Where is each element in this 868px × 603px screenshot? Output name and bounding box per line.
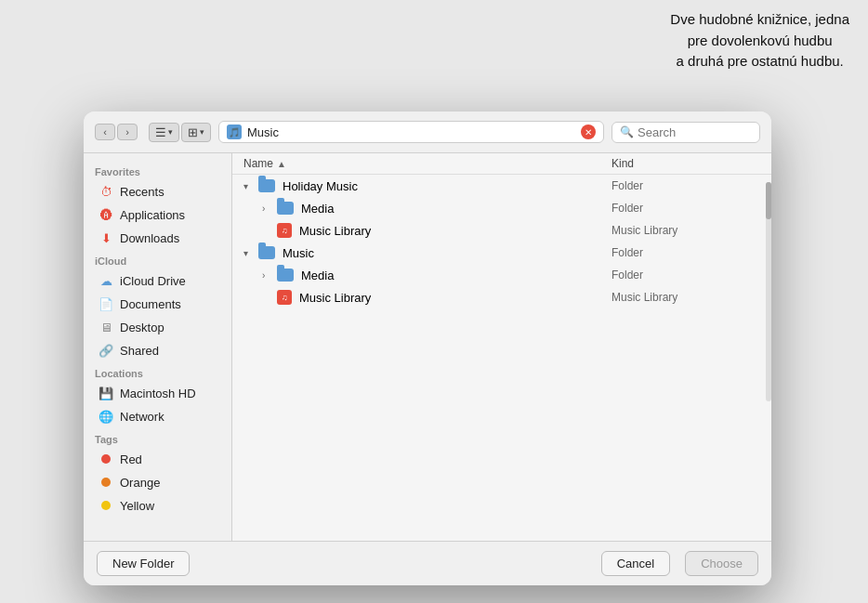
sidebar-item-label-downloads: Downloads bbox=[120, 231, 179, 245]
empty-row bbox=[232, 353, 771, 375]
sidebar-item-label-mac-hd: Macintosh HD bbox=[120, 387, 196, 400]
sidebar-item-label-network: Network bbox=[120, 410, 164, 424]
sidebar-item-downloads[interactable]: ⬇ Downloads bbox=[87, 227, 228, 249]
table-row[interactable]: › Media Folder bbox=[232, 197, 771, 219]
file-kind-cell: Music Library bbox=[612, 224, 760, 237]
music-library-icon: ♫ bbox=[277, 223, 292, 238]
music-library-icon: ♫ bbox=[277, 290, 292, 305]
table-row[interactable]: ▾ Holiday Music Folder bbox=[232, 175, 771, 197]
file-name-cell: › Media bbox=[243, 269, 612, 282]
empty-row bbox=[232, 331, 771, 353]
folder-icon bbox=[277, 269, 294, 282]
scrollbar[interactable] bbox=[758, 175, 771, 541]
file-name-cell: ▾ Holiday Music bbox=[243, 179, 612, 193]
forward-button[interactable]: › bbox=[117, 124, 138, 140]
file-dialog: ‹ › ☰ ▾ ⊞ ▾ 🎵 Music ✕ 🔍 Favorites bbox=[84, 111, 771, 585]
locations-header: Locations bbox=[84, 362, 231, 381]
list-view-button[interactable]: ☰ ▾ bbox=[149, 123, 179, 142]
choose-button[interactable]: Choose bbox=[685, 551, 758, 576]
expand-arrow-icon[interactable]: › bbox=[262, 203, 273, 214]
sidebar-item-desktop[interactable]: 🖥 Desktop bbox=[87, 316, 228, 338]
sidebar-item-label-documents: Documents bbox=[120, 297, 181, 311]
downloads-icon: ⬇ bbox=[99, 230, 113, 245]
file-name-text: Media bbox=[301, 269, 334, 282]
table-row[interactable]: ♫ Music Library Music Library bbox=[232, 286, 771, 308]
list-view-icon: ☰ bbox=[155, 125, 166, 139]
folder-icon bbox=[258, 246, 275, 259]
file-name-text: Music Library bbox=[299, 224, 371, 238]
sidebar-item-network[interactable]: 🌐 Network bbox=[87, 405, 228, 427]
file-name-cell: ▾ Music bbox=[243, 246, 612, 260]
sidebar-item-shared[interactable]: 🔗 Shared bbox=[87, 339, 228, 361]
sidebar-item-documents[interactable]: 📄 Documents bbox=[87, 293, 228, 315]
location-bar[interactable]: 🎵 Music ✕ bbox=[218, 121, 604, 143]
sidebar-item-red[interactable]: Red bbox=[87, 448, 228, 470]
table-row[interactable]: ▾ Music Folder bbox=[232, 242, 771, 264]
sidebar-item-label-red: Red bbox=[120, 452, 142, 466]
file-name-cell: › Media bbox=[243, 202, 612, 216]
annotation-text: Dve hudobné knižnice, jedna pre dovolenk… bbox=[670, 9, 849, 72]
file-name-text: Music Library bbox=[299, 291, 371, 305]
sidebar-item-label-desktop: Desktop bbox=[120, 321, 164, 334]
recents-icon: ⏱ bbox=[99, 184, 113, 199]
file-name-text: Media bbox=[301, 202, 334, 216]
file-kind-cell: Music Library bbox=[612, 291, 760, 304]
documents-icon: 📄 bbox=[99, 296, 113, 311]
list-view-chevron: ▾ bbox=[168, 127, 173, 137]
grid-view-button[interactable]: ⊞ ▾ bbox=[181, 123, 211, 142]
file-name-cell: ♫ Music Library bbox=[243, 290, 612, 305]
table-row[interactable]: ♫ Music Library Music Library bbox=[232, 219, 771, 242]
applications-icon: 🅐 bbox=[99, 207, 113, 222]
sidebar-item-label-applications: Applications bbox=[120, 208, 185, 222]
col-name-header[interactable]: Name ▲ bbox=[243, 157, 612, 170]
cancel-button[interactable]: Cancel bbox=[601, 551, 670, 576]
sidebar-item-label-shared: Shared bbox=[120, 344, 159, 358]
desktop-icon: 🖥 bbox=[99, 320, 113, 334]
file-pane: Name ▲ Kind ▾ Holiday Music Folder bbox=[232, 153, 771, 541]
view-buttons: ☰ ▾ ⊞ ▾ bbox=[149, 123, 211, 142]
file-kind-cell: Folder bbox=[612, 269, 760, 282]
svg-point-0 bbox=[101, 454, 111, 464]
search-bar[interactable]: 🔍 bbox=[612, 122, 760, 143]
network-icon: 🌐 bbox=[99, 409, 113, 424]
sidebar-item-label-recents: Recents bbox=[120, 185, 164, 199]
search-icon: 🔍 bbox=[620, 125, 634, 138]
search-input[interactable] bbox=[638, 125, 752, 139]
expand-arrow-icon[interactable]: ▾ bbox=[243, 248, 255, 258]
sidebar-item-icloud-drive[interactable]: ☁ iCloud Drive bbox=[87, 269, 228, 292]
file-header: Name ▲ Kind bbox=[232, 153, 771, 175]
table-row[interactable]: › Media Folder bbox=[232, 264, 771, 286]
col-kind-header[interactable]: Kind bbox=[612, 157, 760, 170]
sidebar-item-label-yellow: Yellow bbox=[120, 499, 154, 513]
empty-row bbox=[232, 308, 771, 331]
expand-arrow-icon[interactable]: ▾ bbox=[243, 181, 255, 191]
sidebar-item-yellow[interactable]: Yellow bbox=[87, 494, 228, 517]
tags-header: Tags bbox=[84, 428, 231, 447]
location-close-button[interactable]: ✕ bbox=[581, 125, 596, 139]
main-content: Favorites ⏱ Recents 🅐 Applications ⬇ Dow… bbox=[84, 153, 771, 541]
sidebar-item-orange[interactable]: Orange bbox=[87, 471, 228, 493]
location-name: Music bbox=[247, 125, 575, 139]
sidebar-item-macintosh-hd[interactable]: 💾 Macintosh HD bbox=[87, 382, 228, 404]
icloud-drive-icon: ☁ bbox=[99, 273, 113, 288]
file-kind-cell: Folder bbox=[612, 179, 760, 192]
footer: New Folder Cancel Choose bbox=[84, 541, 771, 585]
file-name-text: Music bbox=[283, 246, 314, 260]
sidebar-item-recents[interactable]: ⏱ Recents bbox=[87, 180, 228, 203]
file-kind-cell: Folder bbox=[612, 202, 760, 215]
icloud-header: iCloud bbox=[84, 250, 231, 269]
orange-tag-icon bbox=[99, 475, 113, 490]
svg-point-1 bbox=[101, 478, 111, 487]
file-list: ▾ Holiday Music Folder › Media Folder bbox=[232, 175, 771, 541]
back-button[interactable]: ‹ bbox=[95, 124, 115, 140]
scrollbar-track bbox=[766, 182, 771, 401]
new-folder-button[interactable]: New Folder bbox=[97, 551, 190, 576]
favorites-header: Favorites bbox=[84, 161, 231, 179]
folder-icon bbox=[277, 202, 294, 215]
location-folder-icon: 🎵 bbox=[227, 125, 242, 139]
sort-arrow-icon: ▲ bbox=[277, 159, 286, 169]
expand-arrow-icon[interactable]: › bbox=[262, 270, 273, 281]
sidebar-item-applications[interactable]: 🅐 Applications bbox=[87, 203, 228, 226]
grid-view-chevron: ▾ bbox=[200, 127, 204, 137]
file-kind-cell: Folder bbox=[612, 246, 760, 259]
